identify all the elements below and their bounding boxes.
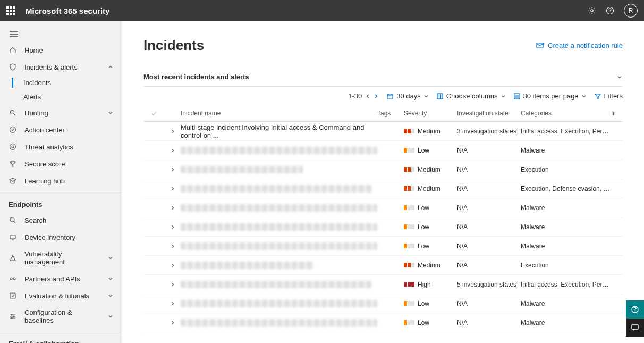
expand-row-icon[interactable] xyxy=(165,148,181,153)
filters-button[interactable]: Filters xyxy=(594,92,623,100)
incident-name-cell xyxy=(181,204,377,212)
sidebar-item-threat-analytics[interactable]: Threat analytics xyxy=(0,138,122,155)
investigation-cell: N/A xyxy=(457,185,521,193)
col-investigation[interactable]: Investigation state xyxy=(457,110,521,117)
help-fab[interactable] xyxy=(626,300,644,319)
incident-name-cell xyxy=(181,166,377,173)
col-name[interactable]: Incident name xyxy=(181,110,377,117)
table-row[interactable]: MediumN/AExecution xyxy=(143,256,623,275)
sidebar-item-search[interactable]: Search xyxy=(0,212,122,229)
expand-row-icon[interactable] xyxy=(165,320,181,325)
sidebar-item-home[interactable]: Home xyxy=(0,41,122,58)
sidebar-item-action-center[interactable]: Action center xyxy=(0,121,122,138)
check-all[interactable] xyxy=(143,110,165,116)
expand-row-icon[interactable] xyxy=(165,205,181,211)
investigation-cell: N/A xyxy=(457,242,521,250)
toolbar: 1-30 30 days Choose columns 30 items per… xyxy=(143,87,623,105)
table-row[interactable]: LowN/AMalware xyxy=(143,198,623,217)
sidebar-label: Threat analytics xyxy=(24,143,73,151)
investigation-cell: N/A xyxy=(457,223,521,231)
sidebar-item-vuln-mgmt[interactable]: Vulnerability management xyxy=(0,246,122,270)
sidebar-item-eval-tutorials[interactable]: Evaluation & tutorials xyxy=(0,287,122,304)
app-title: Microsoft 365 security xyxy=(26,6,109,15)
incident-name-cell xyxy=(181,242,377,250)
severity-cell: Low xyxy=(404,300,457,307)
expand-row-icon[interactable] xyxy=(165,186,181,191)
hamburger-icon[interactable] xyxy=(0,27,122,41)
expand-row-icon[interactable] xyxy=(165,282,181,287)
sidebar-item-incidents[interactable]: Incidents xyxy=(0,76,122,90)
table-row[interactable]: LowN/AMalware xyxy=(143,237,623,256)
pager-next[interactable] xyxy=(374,94,379,99)
vuln-icon xyxy=(9,254,17,262)
sidebar-item-partners-apis[interactable]: Partners and APIs xyxy=(0,270,122,287)
svg-point-16 xyxy=(11,317,12,319)
expand-row-icon[interactable] xyxy=(165,129,181,134)
sidebar-item-device-inventory[interactable]: Device inventory xyxy=(0,229,122,246)
create-notification-rule-button[interactable]: Create a notification rule xyxy=(536,41,623,49)
table-row[interactable]: LowN/AMalware xyxy=(143,141,623,160)
severity-cell: High xyxy=(404,281,457,288)
sidebar-item-hunting[interactable]: Hunting xyxy=(0,104,122,121)
date-range-dropdown[interactable]: 30 days xyxy=(386,92,429,100)
col-tags[interactable]: Tags xyxy=(377,110,404,117)
table-row[interactable]: Multi-stage incident involving Initial a… xyxy=(143,122,623,141)
incidents-table: Incident name Tags Severity Investigatio… xyxy=(143,105,623,332)
help-icon[interactable] xyxy=(606,6,614,15)
categories-cell: Malware xyxy=(521,223,611,231)
sidebar-item-incidents-alerts[interactable]: Incidents & alerts xyxy=(0,58,122,76)
expand-row-icon[interactable] xyxy=(165,301,181,306)
items-per-page-dropdown[interactable]: 30 items per page xyxy=(513,92,587,100)
sidebar-label: Configuration & baselines xyxy=(24,308,100,324)
incident-name-cell xyxy=(181,319,377,327)
sidebar-label: Action center xyxy=(24,126,65,134)
table-header: Incident name Tags Severity Investigatio… xyxy=(143,105,623,122)
severity-cell: Low xyxy=(404,147,457,154)
user-avatar[interactable]: R xyxy=(624,4,638,18)
svg-point-15 xyxy=(13,316,14,317)
expand-row-icon[interactable] xyxy=(165,244,181,249)
categories-cell: Execution, Defense evasion, D... xyxy=(521,185,611,193)
chevron-down-icon xyxy=(108,110,113,115)
col-last[interactable]: Ir xyxy=(611,110,622,117)
sidebar-label: Evaluation & tutorials xyxy=(24,292,89,300)
subheader[interactable]: Most recent incidents and alerts xyxy=(143,68,623,87)
search-icon xyxy=(9,216,17,224)
sidebar-item-config-baselines[interactable]: Configuration & baselines xyxy=(0,304,122,329)
choose-columns-dropdown[interactable]: Choose columns xyxy=(436,92,506,100)
svg-rect-22 xyxy=(632,325,638,329)
table-row[interactable]: LowN/AMalware xyxy=(143,313,623,332)
sidebar-item-learning-hub[interactable]: Learning hub xyxy=(0,172,122,189)
table-row[interactable]: High5 investigation statesInitial access… xyxy=(143,275,623,294)
app-launcher-icon[interactable] xyxy=(6,6,15,15)
incident-name-cell xyxy=(181,281,377,288)
svg-point-5 xyxy=(11,111,14,114)
device-icon xyxy=(9,233,17,241)
col-severity[interactable]: Severity xyxy=(404,110,457,117)
pager-prev[interactable] xyxy=(365,94,370,99)
sidebar-label: Secure score xyxy=(24,160,65,168)
sidebar-item-secure-score[interactable]: Secure score xyxy=(0,155,122,172)
sidebar-label: Hunting xyxy=(24,109,48,117)
incident-name-cell: Multi-stage incident involving Initial a… xyxy=(181,123,377,139)
table-row[interactable]: MediumN/AExecution xyxy=(143,160,623,179)
gear-icon[interactable] xyxy=(588,6,596,15)
col-categories[interactable]: Categories xyxy=(521,110,611,117)
eval-icon xyxy=(9,291,17,300)
severity-cell: Medium xyxy=(404,128,457,135)
feedback-fab[interactable] xyxy=(626,319,644,337)
sidebar-item-alerts[interactable]: Alerts xyxy=(0,90,122,104)
table-row[interactable]: LowN/AMalware xyxy=(143,217,623,237)
expand-row-icon[interactable] xyxy=(165,224,181,230)
incident-name-cell xyxy=(181,147,377,154)
expand-row-icon[interactable] xyxy=(165,167,181,172)
expand-row-icon[interactable] xyxy=(165,263,181,268)
table-row[interactable]: LowN/AMalware xyxy=(143,294,623,313)
investigation-cell: N/A xyxy=(457,262,521,269)
columns-icon xyxy=(436,93,444,100)
sidebar-label: Device inventory xyxy=(24,233,75,241)
table-row[interactable]: MediumN/AExecution, Defense evasion, D..… xyxy=(143,179,623,198)
chevron-down-icon[interactable] xyxy=(616,74,623,80)
investigation-cell: 3 investigation states xyxy=(457,128,521,135)
categories-cell: Execution xyxy=(521,166,611,173)
